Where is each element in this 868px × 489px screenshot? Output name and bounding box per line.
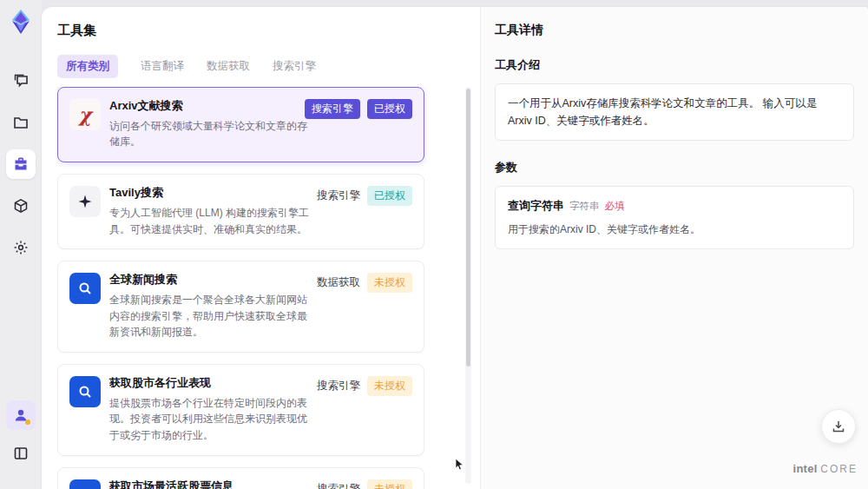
tab-category-3[interactable]: 搜索引擎 bbox=[273, 55, 316, 78]
tool-icon bbox=[69, 376, 101, 407]
sidebar-item-settings[interactable] bbox=[6, 233, 36, 262]
tab-category-1[interactable]: 语言翻译 bbox=[141, 55, 184, 78]
tool-card-2[interactable]: 全球新闻搜索 全球新闻搜索是一个聚合全球各大新闻网站内容的搜索引擎，帮助用户快速… bbox=[57, 261, 424, 353]
tool-category-tag: 数据获取 bbox=[317, 275, 360, 290]
scrollbar[interactable] bbox=[465, 87, 471, 484]
tool-category-tag: 搜索引擎 bbox=[317, 379, 360, 393]
gear-icon bbox=[12, 239, 30, 256]
tool-icon: χ bbox=[69, 99, 101, 130]
intel-core-logo: intel CORE bbox=[792, 462, 858, 475]
download-button[interactable] bbox=[821, 409, 856, 444]
mouse-cursor bbox=[455, 458, 464, 471]
news-search-icon bbox=[76, 280, 94, 297]
tool-status-badge: 未授权 bbox=[367, 479, 412, 489]
param-required-label: 必填 bbox=[605, 201, 625, 211]
tool-name: Arxiv文献搜索 bbox=[109, 99, 310, 114]
news-search-icon bbox=[76, 383, 94, 400]
tool-icon bbox=[69, 273, 101, 304]
news-search-icon bbox=[76, 486, 94, 489]
sidebar-item-chat[interactable] bbox=[6, 66, 36, 96]
tab-category-0[interactable]: 所有类别 bbox=[57, 55, 118, 78]
tool-status-badge: 未授权 bbox=[367, 273, 412, 293]
brand-secondary: CORE bbox=[820, 463, 858, 475]
param-description: 用于搜索的Arxiv ID、关键字或作者姓名。 bbox=[508, 221, 841, 238]
category-tabs: 所有类别语言翻译数据获取搜索引擎 bbox=[57, 55, 480, 78]
tool-name: 获取市场最活跃股票信息 bbox=[109, 479, 310, 489]
arxiv-logo-icon: χ bbox=[79, 103, 91, 126]
tool-card-3[interactable]: 获取股市各行业表现 提供股票市场各个行业在特定时间段内的表现。投资者可以利用这些… bbox=[57, 364, 424, 456]
brand-primary: intel bbox=[792, 462, 817, 475]
app-logo-icon bbox=[6, 7, 36, 36]
params-heading: 参数 bbox=[495, 160, 854, 175]
tool-status-badge: 已授权 bbox=[367, 186, 412, 206]
sidebar-item-account[interactable] bbox=[6, 400, 36, 430]
toolbox-icon bbox=[12, 155, 30, 173]
chat-icon bbox=[12, 72, 30, 89]
tool-card-0[interactable]: χ Arxiv文献搜索 访问各个研究领域大量科学论文和文章的存储库。 搜索引擎 … bbox=[57, 87, 424, 162]
tool-category-tag: 搜索引擎 bbox=[317, 188, 360, 203]
tool-name: Tavily搜索 bbox=[109, 186, 310, 201]
param-type: 字符串 bbox=[569, 201, 600, 211]
tab-category-2[interactable]: 数据获取 bbox=[207, 55, 250, 78]
cube-icon bbox=[12, 197, 30, 215]
detail-panel: 工具详情 工具介绍 一个用于从Arxiv存储库搜索科学论文和文章的工具。 输入可… bbox=[480, 7, 868, 489]
tool-card-1[interactable]: Tavily搜索 专为人工智能代理 (LLM) 构建的搜索引擎工具。可快速提供实… bbox=[57, 174, 424, 249]
status-dot bbox=[25, 420, 30, 425]
detail-title: 工具详情 bbox=[495, 23, 854, 38]
intro-box: 一个用于从Arxiv存储库搜索科学论文和文章的工具。 输入可以是Arxiv ID… bbox=[495, 83, 854, 141]
toolset-column: 工具集 所有类别语言翻译数据获取搜索引擎 χ Arxiv文献搜索 访问各个研究领… bbox=[42, 7, 480, 489]
main-panel: 工具集 所有类别语言翻译数据获取搜索引擎 χ Arxiv文献搜索 访问各个研究领… bbox=[42, 7, 868, 489]
param-row-0: 查询字符串字符串必填用于搜索的Arxiv ID、关键字或作者姓名。 bbox=[508, 197, 841, 238]
tool-description: 专为人工智能代理 (LLM) 构建的搜索引擎工具。可快速提供实时、准确和真实的结… bbox=[109, 205, 310, 237]
panel-icon bbox=[12, 445, 30, 462]
sidebar-item-tools[interactable] bbox=[6, 149, 36, 179]
left-rail bbox=[0, 0, 42, 489]
tool-list: χ Arxiv文献搜索 访问各个研究领域大量科学论文和文章的存储库。 搜索引擎 … bbox=[57, 87, 471, 489]
tool-category-tag: 搜索引擎 bbox=[317, 482, 360, 489]
tool-card-4[interactable]: 获取市场最活跃股票信息 提供当天交易量最高的股票列表，投资者可以利用这些信息来识… bbox=[57, 467, 424, 489]
tool-description: 访问各个研究领域大量科学论文和文章的存储库。 bbox=[109, 118, 310, 150]
param-name: 查询字符串 bbox=[508, 199, 564, 212]
tool-description: 全球新闻搜索是一个聚合全球各大新闻网站内容的搜索引擎，帮助用户快速获取全球最新资… bbox=[109, 292, 310, 340]
tool-description: 提供股票市场各个行业在特定时间段内的表现。投资者可以利用这些信息来识别表现优于或… bbox=[109, 395, 310, 444]
sidebar-item-models[interactable] bbox=[6, 191, 36, 221]
page-title: 工具集 bbox=[57, 23, 480, 39]
folder-icon bbox=[12, 114, 30, 131]
tool-status-badge: 未授权 bbox=[367, 376, 412, 396]
tool-icon bbox=[69, 479, 101, 489]
tool-name: 全球新闻搜索 bbox=[109, 273, 310, 287]
scrollbar-thumb[interactable] bbox=[466, 89, 470, 367]
params-box: 查询字符串字符串必填用于搜索的Arxiv ID、关键字或作者姓名。 bbox=[495, 186, 854, 249]
tool-name: 获取股市各行业表现 bbox=[109, 376, 310, 391]
tool-category-tag: 搜索引擎 bbox=[305, 99, 360, 119]
sparkle-icon bbox=[76, 193, 94, 210]
intro-heading: 工具介绍 bbox=[495, 57, 854, 73]
sidebar-item-collapse[interactable] bbox=[6, 439, 36, 468]
download-icon bbox=[831, 419, 846, 434]
sidebar-item-files[interactable] bbox=[6, 108, 36, 137]
tool-icon bbox=[69, 186, 101, 217]
tool-status-badge: 已授权 bbox=[367, 99, 412, 119]
